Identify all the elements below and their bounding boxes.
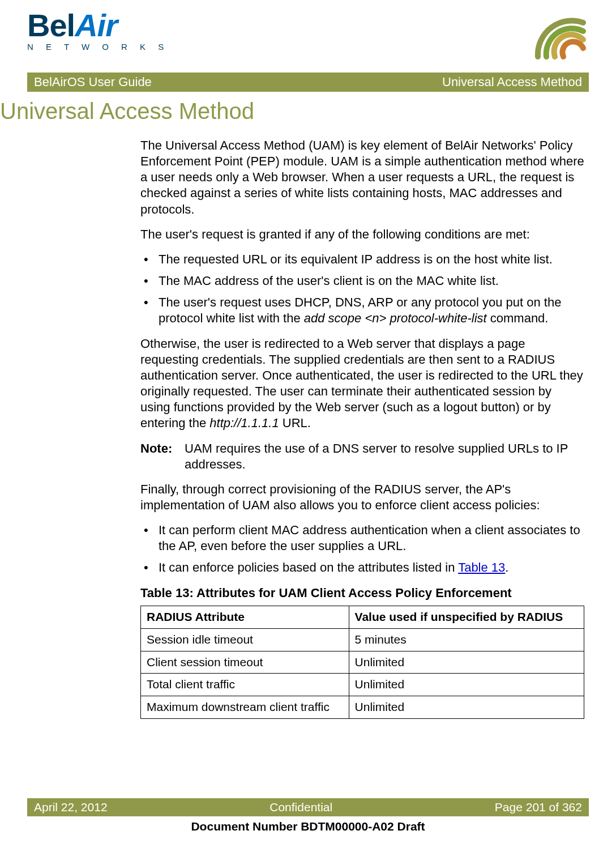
body-column: The Universal Access Method (UAM) is key…: [140, 138, 584, 719]
list-item: The MAC address of the user's client is …: [140, 273, 584, 289]
command-text: add scope <n> protocol-white-list: [304, 311, 487, 325]
list-item: It can perform client MAC address authen…: [140, 522, 584, 554]
list-item: The user's request uses DHCP, DNS, ARP o…: [140, 295, 584, 326]
paragraph-redirect: Otherwise, the user is redirected to a W…: [140, 336, 584, 432]
url-text: http://1.1.1.1: [209, 416, 279, 430]
company-logo: BelAir N E T W O R K S: [27, 11, 169, 52]
table-cell: Client session timeout: [141, 651, 349, 674]
list-item-text: .: [505, 560, 508, 574]
list-item-text: It can enforce policies based on the att…: [159, 560, 458, 574]
paragraph-text: URL.: [279, 416, 311, 430]
table-row: Maximum downstream client traffic Unlimi…: [141, 696, 584, 719]
table-caption: Table 13: Attributes for UAM Client Acce…: [140, 585, 584, 601]
paragraph-text: Otherwise, the user is redirected to a W…: [140, 337, 583, 431]
table-cell: Total client traffic: [141, 674, 349, 696]
page-title: Universal Access Method: [0, 99, 589, 124]
header-right: Universal Access Method: [442, 75, 582, 90]
table-row: Total client traffic Unlimited: [141, 674, 584, 696]
note-text: UAM requires the use of a DNS server to …: [185, 441, 584, 472]
document-number: Document Number BDTM00000-A02 Draft: [27, 820, 589, 833]
list-item: It can enforce policies based on the att…: [140, 560, 584, 576]
logo-text-1: Bel: [27, 7, 75, 43]
arc-icon: [527, 11, 589, 62]
table-cell: 5 minutes: [349, 628, 584, 651]
table-header: RADIUS Attribute: [141, 606, 349, 628]
table-link[interactable]: Table 13: [458, 560, 505, 574]
header-bar: BelAirOS User Guide Universal Access Met…: [27, 73, 589, 92]
paragraph-conditions-lead: The user's request is granted if any of …: [140, 227, 584, 242]
list-item: The requested URL or its equivalent IP a…: [140, 252, 584, 267]
table-header: Value used if unspecified by RADIUS: [349, 606, 584, 628]
table-cell: Maximum downstream client traffic: [141, 696, 349, 719]
table-cell: Unlimited: [349, 674, 584, 696]
footer: April 22, 2012 Confidential Page 201 of …: [27, 798, 589, 833]
table-cell: Unlimited: [349, 651, 584, 674]
table-row: Client session timeout Unlimited: [141, 651, 584, 674]
policies-list: It can perform client MAC address authen…: [140, 522, 584, 576]
footer-bar: April 22, 2012 Confidential Page 201 of …: [27, 798, 589, 816]
footer-page: Page 201 of 362: [495, 800, 582, 814]
logo-subtext: N E T W O R K S: [27, 42, 169, 52]
conditions-list: The requested URL or its equivalent IP a…: [140, 252, 584, 327]
paragraph-policies: Finally, through correct provisioning of…: [140, 482, 584, 513]
table-cell: Unlimited: [349, 696, 584, 719]
paragraph-intro: The Universal Access Method (UAM) is key…: [140, 138, 584, 218]
note-label: Note:: [140, 441, 185, 472]
footer-confidential: Confidential: [270, 800, 332, 814]
attributes-table: RADIUS Attribute Value used if unspecifi…: [140, 606, 584, 719]
header-left: BelAirOS User Guide: [34, 75, 152, 90]
logo-text-2: Air: [75, 7, 117, 43]
list-item-text: command.: [487, 311, 549, 325]
footer-date: April 22, 2012: [34, 800, 108, 814]
logo-row: BelAir N E T W O R K S: [27, 11, 589, 62]
note-block: Note: UAM requires the use of a DNS serv…: [140, 441, 584, 472]
table-row: Session idle timeout 5 minutes: [141, 628, 584, 651]
table-cell: Session idle timeout: [141, 628, 349, 651]
